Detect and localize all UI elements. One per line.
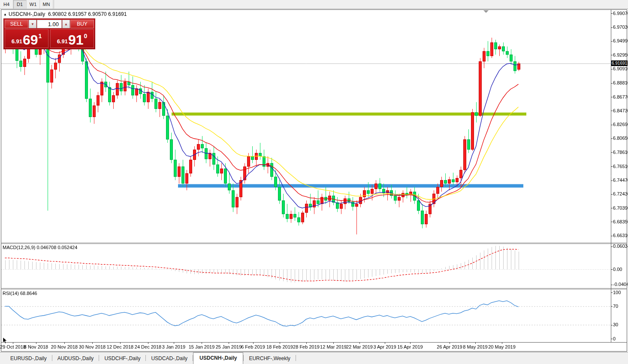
sell-price-button[interactable]: 6.91 69 1 <box>5 29 48 48</box>
date-axis-label: 12 Mar 2019 <box>320 344 347 349</box>
date-axis-label: 3 Apr 2019 <box>373 344 396 349</box>
macd-axis-label: 0.060342 <box>613 244 628 249</box>
date-axis-label: 20 Nov 2018 <box>51 344 78 349</box>
buy-price-large: 91 <box>68 33 84 46</box>
rsi-axis-label: 30 <box>613 322 618 327</box>
volume-decrease-icon[interactable]: ▼ <box>29 20 36 28</box>
chart-tab-eurchf[interactable]: EURCHF-,Weekly <box>244 353 295 364</box>
macd-axis-label: -0.040415 <box>613 282 628 287</box>
date-axis-label: 24 Dec 2018 <box>135 344 161 349</box>
buy-price-sup: 0 <box>84 33 88 39</box>
buy-price-small: 6.91 <box>57 38 68 45</box>
price-axis-label: 6.74470 <box>613 177 628 183</box>
rsi-axis-label: 0 <box>613 336 616 341</box>
chart-canvas[interactable] <box>0 0 628 364</box>
price-axis-label: 6.72430 <box>613 191 628 196</box>
price-axis-label: 6.90910 <box>613 66 628 71</box>
date-axis-label: 30 Nov 2018 <box>79 344 106 349</box>
one-click-trade-panel: SELL ▼ ▲ BUY 6.91 69 1 6.91 91 0 <box>3 18 95 49</box>
price-axis-label: 6.86770 <box>613 94 628 99</box>
date-axis-label: 8 Nov 2018 <box>24 344 48 349</box>
date-axis-label: 20 May 2019 <box>488 344 516 349</box>
tab-separator <box>296 355 296 361</box>
macd-indicator-label: MACD(12,26,9) 0.046708 0.052424 <box>3 245 77 250</box>
chart-tab-usdcnh[interactable]: USDCNH-,Daily <box>193 352 243 364</box>
price-axis-label: 6.78610 <box>613 150 628 155</box>
chart-tab-usdcad[interactable]: USDCAD-,Daily <box>146 353 193 364</box>
date-axis-label: 22 Mar 2019 <box>346 344 373 349</box>
date-axis-label: 26 Apr 2019 <box>437 344 462 349</box>
date-axis-label: 25 Jan 2019 <box>216 344 242 349</box>
sell-button[interactable]: SELL <box>5 20 28 28</box>
price-axis-label: 6.70390 <box>613 205 628 211</box>
date-axis-label: 8 May 2019 <box>463 344 487 349</box>
timeframe-button-d1[interactable]: D1 <box>13 0 27 9</box>
rsi-axis-label: 70 <box>613 304 618 309</box>
date-axis-label: 6 Feb 2019 <box>241 344 265 349</box>
chart-tab-audusd[interactable]: AUDUSD-,Daily <box>52 353 99 364</box>
timeframe-button-mn[interactable]: MN <box>40 0 53 9</box>
rsi-axis-label: 100 <box>613 290 621 295</box>
mouse-cursor <box>3 337 8 346</box>
chart-symbol-label: USDCNH-,Daily <box>9 11 45 17</box>
price-axis-label: 6.88810 <box>613 80 628 85</box>
price-axis-label: 6.92950 <box>613 52 628 57</box>
toolbar-separator <box>54 0 54 9</box>
price-axis-label: 6.80650 <box>613 135 628 141</box>
chart-title: ▲USDCNH-,Daily 6.90802 6.91957 6.90570 6… <box>3 11 127 17</box>
price-axis-label: 6.82690 <box>613 122 628 127</box>
buy-button[interactable]: BUY <box>70 20 94 28</box>
panel-expand-icon[interactable]: ▲ <box>3 12 7 16</box>
price-axis-label: 6.94990 <box>613 38 628 43</box>
macd-axis-label: 0.00 <box>613 267 622 272</box>
chart-tab-usdchf[interactable]: USDCHF-,Daily <box>99 353 145 364</box>
timeframe-toolbar: H4D1W1MN <box>0 0 628 9</box>
timeframe-button-w1[interactable]: W1 <box>27 0 40 9</box>
date-axis-label: 15 Apr 2019 <box>397 344 423 349</box>
rsi-indicator-label: RSI(14) 68.8646 <box>3 291 37 296</box>
price-axis-label: 6.76510 <box>613 164 628 169</box>
price-axis-label: 6.99070 <box>613 11 628 16</box>
buy-price-button[interactable]: 6.91 91 0 <box>50 29 94 48</box>
price-axis-label: 6.66310 <box>613 233 628 238</box>
price-axis-label: 6.68350 <box>613 219 628 224</box>
volume-input[interactable] <box>37 20 62 28</box>
date-axis-label: 12 Dec 2018 <box>107 344 133 349</box>
chart-tab-bar: EURUSD-,DailyAUDUSD-,DailyUSDCHF-,DailyU… <box>0 352 628 364</box>
timeframe-button-h4[interactable]: H4 <box>0 0 13 9</box>
chart-ohlc-values: 6.90802 6.91957 6.90570 6.91691 <box>48 11 127 17</box>
date-axis-label: 18 Feb 2019 <box>266 344 293 349</box>
date-axis-label: 3 Jan 2019 <box>162 344 185 349</box>
sell-price-small: 6.91 <box>12 38 22 45</box>
sell-price-large: 69 <box>23 33 38 46</box>
price-axis-label: 6.84730 <box>613 108 628 113</box>
date-axis-label: 28 Feb 2019 <box>293 344 320 349</box>
current-price-tag: 6.91691 <box>611 60 628 66</box>
volume-increase-icon[interactable]: ▲ <box>62 20 70 28</box>
date-axis-label: 15 Jan 2019 <box>189 344 215 349</box>
sell-price-sup: 1 <box>39 33 42 39</box>
price-axis-label: 6.97030 <box>613 24 628 30</box>
mt4-chart-window: { "toolbar": { "timeframes": [ {"label":… <box>0 0 628 364</box>
chart-tab-eurusd[interactable]: EURUSD-,Daily <box>5 353 52 364</box>
